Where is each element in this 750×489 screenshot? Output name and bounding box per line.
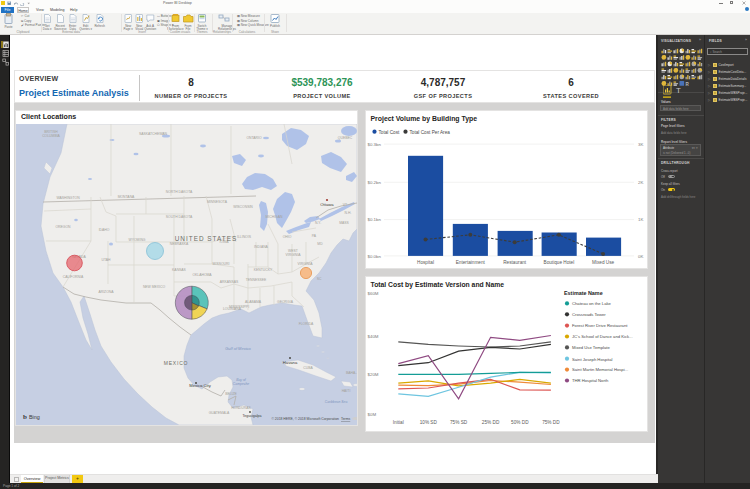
svg-text:NEBRASKA: NEBRASKA <box>170 242 189 246</box>
svg-text:Saint Martin Memorial Hospi...: Saint Martin Memorial Hospi... <box>572 367 628 372</box>
svg-text:HAITI: HAITI <box>342 389 351 393</box>
svg-text:10% SD: 10% SD <box>420 420 438 425</box>
svg-text:T: T <box>676 86 681 95</box>
svg-text:KANSAS: KANSAS <box>172 268 186 272</box>
svg-text:N.H.: N.H. <box>345 211 352 215</box>
svg-text:Mixed Use: Mixed Use <box>592 260 615 265</box>
svg-text:Total Cost: Total Cost <box>379 130 401 135</box>
svg-text:Caribbean Sea: Caribbean Sea <box>325 400 348 404</box>
svg-text:Terms: Terms <box>341 417 351 421</box>
svg-text:1K: 1K <box>638 217 643 222</box>
svg-text:$0.3bn: $0.3bn <box>368 142 382 147</box>
svg-text:QUEBEC: QUEBEC <box>338 136 353 140</box>
svg-text:Boutique Hotel: Boutique Hotel <box>544 260 575 265</box>
svg-text:25% DD: 25% DD <box>482 420 500 425</box>
svg-text:MEXICO: MEXICO <box>164 360 189 366</box>
svg-text:N.Y.: N.Y. <box>315 221 321 225</box>
svg-text:GUATEMALA: GUATEMALA <box>209 411 230 415</box>
svg-text:WYOMING: WYOMING <box>129 238 146 242</box>
svg-text:3K: 3K <box>638 142 643 147</box>
svg-text:MICHIGAN: MICHIGAN <box>266 215 284 219</box>
svg-text:75% SD: 75% SD <box>450 420 468 425</box>
svg-text:SASKATCHEWAN: SASKATCHEWAN <box>139 132 168 136</box>
svg-text:▭ Buttons ▾: ▭ Buttons ▾ <box>157 14 174 18</box>
svg-text:Havana: Havana <box>283 360 298 365</box>
svg-text:TENNESSEE: TENNESSEE <box>246 278 267 282</box>
svg-text:NORTH DAKOTA: NORTH DAKOTA <box>166 190 193 194</box>
svg-text:WASHINGTON: WASHINGTON <box>56 196 80 200</box>
svg-text:Publish: Publish <box>270 24 280 28</box>
svg-text:Forest River Drive Restaurant: Forest River Drive Restaurant <box>572 323 628 328</box>
svg-text:75% DD: 75% DD <box>542 420 560 425</box>
svg-text:Paste: Paste <box>4 25 12 29</box>
svg-text:Restaurant: Restaurant <box>503 260 527 265</box>
svg-text:Total Cost by Estimate Version: Total Cost by Estimate Version and Name <box>371 281 505 289</box>
svg-text:MONTANA: MONTANA <box>118 195 135 199</box>
svg-text:CUBA: CUBA <box>303 366 313 370</box>
svg-text:ONTARIO: ONTARIO <box>246 136 262 140</box>
svg-text:HONDURAS: HONDURAS <box>231 406 251 410</box>
svg-text:Chateau on the Lake: Chateau on the Lake <box>572 301 612 306</box>
svg-text:VIRGINIA: VIRGINIA <box>286 253 302 257</box>
svg-text:OKLAHOMA: OKLAHOMA <box>192 273 212 277</box>
svg-text:MISSOURI: MISSOURI <box>213 262 230 266</box>
svg-text:$0.2bn: $0.2bn <box>368 180 382 185</box>
svg-text:Crossroads Tower: Crossroads Tower <box>572 312 606 317</box>
svg-text:IDAHO: IDAHO <box>99 228 110 232</box>
svg-text:UTAH: UTAH <box>102 258 112 262</box>
svg-text:✂ Cut: ✂ Cut <box>21 14 29 18</box>
svg-text:$40M: $40M <box>368 334 379 339</box>
svg-text:BAHA...: BAHA... <box>346 371 357 375</box>
svg-text:Page ▾: Page ▾ <box>124 27 134 31</box>
svg-text:JC's School of Dance and Kick.: JC's School of Dance and Kick... <box>572 334 633 339</box>
svg-text:$0.0bn: $0.0bn <box>368 254 382 259</box>
svg-text:COLUMBIA: COLUMBIA <box>42 134 60 138</box>
svg-text:Data ▾: Data ▾ <box>43 27 52 31</box>
svg-text:MD: MD <box>317 242 323 246</box>
svg-text:Bing: Bing <box>29 414 40 420</box>
svg-text:Refresh: Refresh <box>94 24 105 28</box>
svg-text:UNITED STATES: UNITED STATES <box>175 235 237 242</box>
svg-text:Entertainment: Entertainment <box>456 260 486 265</box>
svg-text:MINNESOTA: MINNESOTA <box>207 200 228 204</box>
svg-text:Gulf of Mexico: Gulf of Mexico <box>225 346 251 351</box>
svg-text:Total Cost Per Area: Total Cost Per Area <box>410 130 451 135</box>
svg-text:$0M: $0M <box>368 412 377 417</box>
svg-text:OHIO: OHIO <box>283 235 292 239</box>
svg-text:SC: SC <box>317 277 322 281</box>
svg-text:b: b <box>23 413 27 421</box>
svg-text:Initial: Initial <box>393 420 404 425</box>
svg-text:VT: VT <box>343 203 347 207</box>
svg-text:VIRGINIA: VIRGINIA <box>298 262 314 266</box>
svg-text:CALIFORNIA: CALIFORNIA <box>63 275 84 279</box>
svg-text:Tegucigalpa: Tegucigalpa <box>242 414 261 418</box>
svg-text:⧉ Copy: ⧉ Copy <box>21 19 32 23</box>
svg-text:MASS: MASS <box>339 221 349 225</box>
svg-text:Queries ▾: Queries ▾ <box>79 27 92 31</box>
svg-text:$20M: $20M <box>368 372 379 377</box>
svg-text:ARIZONA: ARIZONA <box>98 290 114 294</box>
svg-text:SOUTH DAKOTA: SOUTH DAKOTA <box>166 215 193 219</box>
svg-text:Project Volume by Building Typ: Project Volume by Building Type <box>371 115 478 123</box>
svg-text:BELIZE: BELIZE <box>225 392 237 396</box>
svg-text:ARKANSAS: ARKANSAS <box>220 280 239 284</box>
svg-text:▦ New Column: ▦ New Column <box>237 19 259 23</box>
svg-text:Estimate Name: Estimate Name <box>564 290 603 296</box>
svg-text:© 2018 HERE, © 2018 Microsoft: © 2018 HERE, © 2018 Microsoft Corporatio… <box>271 417 339 421</box>
svg-text:OREGON: OREGON <box>55 225 71 229</box>
svg-text:KENTUCKY: KENTUCKY <box>254 268 273 272</box>
svg-text:2K: 2K <box>638 180 643 185</box>
svg-text:LOUISIANA: LOUISIANA <box>223 307 242 311</box>
svg-text:WISCONSIN: WISCONSIN <box>233 205 253 209</box>
svg-text:Ottawa: Ottawa <box>320 202 334 207</box>
svg-text:ILLINOIS: ILLINOIS <box>237 235 252 239</box>
svg-text:Saint Joseph Hospital: Saint Joseph Hospital <box>572 357 613 362</box>
svg-text:THR Hospital North: THR Hospital North <box>572 378 609 383</box>
svg-text:$60M: $60M <box>368 291 379 296</box>
svg-text:Mixed Use Template: Mixed Use Template <box>572 345 611 350</box>
svg-text:0K: 0K <box>638 254 643 259</box>
svg-text:Hospital: Hospital <box>417 260 434 265</box>
svg-text:INDIANA: INDIANA <box>254 245 268 249</box>
svg-text:50% DD: 50% DD <box>511 420 529 425</box>
svg-text:GEORGIA: GEORGIA <box>277 300 294 304</box>
